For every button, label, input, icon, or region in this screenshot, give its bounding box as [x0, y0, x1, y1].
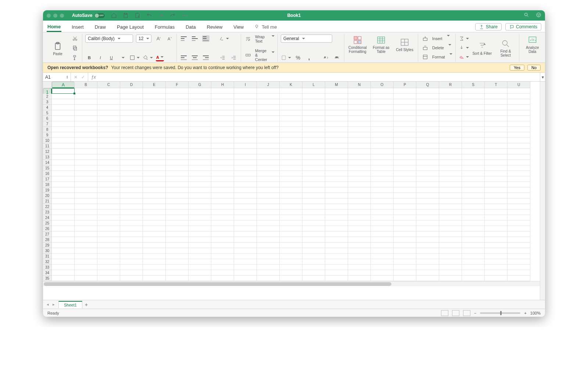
share-button[interactable]: Share: [475, 23, 502, 30]
column-header[interactable]: D: [120, 82, 143, 88]
cell[interactable]: [234, 165, 257, 171]
cell[interactable]: [257, 160, 280, 165]
cell[interactable]: [120, 88, 143, 94]
format-as-table-button[interactable]: Format as Table: [371, 35, 391, 54]
cell[interactable]: [234, 171, 257, 176]
cell[interactable]: [120, 171, 143, 176]
cell[interactable]: [280, 105, 302, 110]
undo-dropdown[interactable]: [157, 11, 165, 19]
cell[interactable]: [97, 94, 120, 99]
namebox-spinner[interactable]: ▲▼: [66, 75, 68, 79]
tab-draw[interactable]: Draw: [94, 24, 107, 32]
cell[interactable]: [52, 204, 75, 209]
align-right-button[interactable]: [202, 54, 210, 62]
cell[interactable]: [97, 204, 120, 209]
row-header[interactable]: 4: [43, 105, 52, 110]
cell[interactable]: [52, 94, 75, 99]
cell[interactable]: [97, 160, 120, 165]
cell[interactable]: [257, 116, 280, 121]
row-header[interactable]: 27: [43, 232, 52, 237]
cell[interactable]: [280, 226, 302, 232]
cell[interactable]: [371, 187, 394, 193]
cell[interactable]: [234, 121, 257, 127]
save-icon[interactable]: [122, 11, 130, 19]
cell[interactable]: [462, 187, 485, 193]
cell[interactable]: [485, 121, 508, 127]
cell[interactable]: [52, 88, 75, 94]
cell[interactable]: [462, 94, 485, 99]
cell[interactable]: [416, 226, 439, 232]
cell[interactable]: [211, 232, 234, 237]
cell[interactable]: [325, 127, 348, 132]
cell[interactable]: [371, 171, 394, 176]
format-cells-button[interactable]: Format: [421, 53, 452, 61]
cell[interactable]: [508, 198, 530, 204]
row-header[interactable]: 30: [43, 248, 52, 254]
cell[interactable]: [52, 165, 75, 171]
cell[interactable]: [120, 220, 143, 226]
cell[interactable]: [280, 243, 302, 248]
cell[interactable]: [416, 138, 439, 143]
cell[interactable]: [462, 198, 485, 204]
cell[interactable]: [416, 121, 439, 127]
cell[interactable]: [394, 138, 416, 143]
cell[interactable]: [280, 160, 302, 165]
cell[interactable]: [52, 265, 75, 270]
cell[interactable]: [166, 276, 189, 281]
cell[interactable]: [143, 215, 166, 220]
cell[interactable]: [234, 220, 257, 226]
cell[interactable]: [211, 138, 234, 143]
cell[interactable]: [143, 187, 166, 193]
cell[interactable]: [143, 132, 166, 138]
cell[interactable]: [348, 132, 371, 138]
cell[interactable]: [257, 220, 280, 226]
cell[interactable]: [234, 176, 257, 182]
view-page-break-button[interactable]: [463, 310, 470, 316]
sort-filter-button[interactable]: Sort & Filter: [472, 40, 492, 55]
cell[interactable]: [462, 237, 485, 243]
cell[interactable]: [189, 143, 211, 149]
cell[interactable]: [280, 154, 302, 160]
cell[interactable]: [75, 270, 97, 276]
find-select-button[interactable]: Find & Select: [495, 38, 516, 57]
cell[interactable]: [75, 132, 97, 138]
cell[interactable]: [325, 276, 348, 281]
cell[interactable]: [97, 105, 120, 110]
cell[interactable]: [416, 276, 439, 281]
cell[interactable]: [508, 94, 530, 99]
cell[interactable]: [257, 215, 280, 220]
cell[interactable]: [211, 160, 234, 165]
cell[interactable]: [211, 265, 234, 270]
cell[interactable]: [416, 132, 439, 138]
cell[interactable]: [52, 110, 75, 116]
cell[interactable]: [166, 121, 189, 127]
cell[interactable]: [143, 254, 166, 259]
cell[interactable]: [508, 276, 530, 281]
cell[interactable]: [485, 237, 508, 243]
cell[interactable]: [302, 198, 325, 204]
row-header[interactable]: 2: [43, 94, 52, 99]
cell[interactable]: [211, 259, 234, 265]
cell[interactable]: [97, 243, 120, 248]
cell[interactable]: [508, 160, 530, 165]
cell[interactable]: [325, 132, 348, 138]
cell[interactable]: [211, 116, 234, 121]
cell[interactable]: [302, 215, 325, 220]
cell[interactable]: [302, 165, 325, 171]
cell[interactable]: [52, 232, 75, 237]
decrease-decimal-button[interactable]: .00: [333, 54, 341, 62]
cell[interactable]: [394, 121, 416, 127]
cell[interactable]: [257, 132, 280, 138]
cell[interactable]: [325, 265, 348, 270]
cell[interactable]: [485, 94, 508, 99]
cell[interactable]: [166, 204, 189, 209]
cell[interactable]: [211, 215, 234, 220]
cell[interactable]: [508, 226, 530, 232]
cell[interactable]: [416, 149, 439, 154]
cell[interactable]: [75, 165, 97, 171]
cell[interactable]: [189, 226, 211, 232]
cell[interactable]: [211, 226, 234, 232]
cell[interactable]: [462, 127, 485, 132]
cell[interactable]: [371, 154, 394, 160]
cell[interactable]: [143, 88, 166, 94]
